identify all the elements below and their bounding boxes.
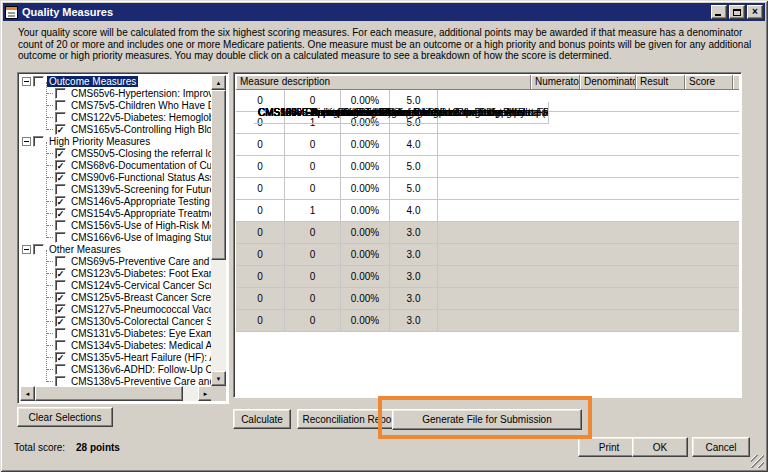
tree-checkbox[interactable]: ✓ [55, 316, 66, 327]
tree-checkbox[interactable] [55, 184, 66, 195]
tree-checkbox[interactable] [55, 376, 66, 387]
tree-item-label[interactable]: CMS90v6-Functional Status Assessment [69, 172, 213, 183]
tree-item-label[interactable]: CMS165v5-Controlling High Blood Press [69, 124, 213, 135]
tree-item-row[interactable]: ✓CMS127v5-Pneumococcal Vaccination [20, 303, 213, 315]
tree-checkbox[interactable] [55, 280, 66, 291]
tree-checkbox[interactable]: ✓ [55, 304, 66, 315]
collapse-icon[interactable] [22, 137, 31, 146]
tree-item-row[interactable]: CMS131v5-Diabetes: Eye Exam [20, 327, 213, 339]
tree-item-row[interactable]: CMS75v5-Children Who Have Dental De [20, 99, 213, 111]
tree-item-label[interactable]: CMS154v5-Appropriate Treatment for Ch [69, 208, 213, 219]
tree-checkbox[interactable]: ✓ [55, 172, 66, 183]
tree-checkbox[interactable]: ✓ [55, 148, 66, 159]
scroll-up-button[interactable]: ▲ [211, 75, 226, 90]
tree-checkbox[interactable]: ✓ [55, 160, 66, 171]
tree-item-label[interactable]: CMS68v6-Documentation of Current Me [69, 160, 213, 171]
tree-checkbox[interactable] [55, 232, 66, 243]
table-row[interactable]: CMS90v6-Functional Status Assessment for… [236, 134, 739, 156]
tree-item-label[interactable]: CMS130v5-Colorectal Cancer Screening [69, 316, 213, 327]
tree-item-row[interactable]: CMS166v6-Use of Imaging Studies for L [20, 231, 213, 243]
tree-item-label[interactable]: CMS123v5-Diabetes: Foot Exam [69, 268, 213, 279]
tree-item-label[interactable]: CMS131v5-Diabetes: Eye Exam [69, 328, 213, 339]
tree-checkbox[interactable]: ✓ [55, 352, 66, 363]
tree-item-row[interactable]: CMS139v5-Screening for Future Fall Ris [20, 183, 213, 195]
clear-selections-button[interactable]: Clear Selections [17, 407, 113, 427]
tree-item-row[interactable]: CMS69v5-Preventive Care and Screenin [20, 255, 213, 267]
tree-checkbox[interactable] [33, 244, 44, 255]
tree-group-row[interactable]: Other Measures [20, 243, 213, 255]
tree-item-row[interactable]: CMS65v6-Hypertension: Improvement in [20, 87, 213, 99]
tree-horizontal-scrollbar[interactable]: ◄ ► [20, 386, 213, 401]
tree-item-row[interactable]: CMS156v5-Use of High-Risk Medication [20, 219, 213, 231]
tree-item-row[interactable]: ✓CMS146v5-Appropriate Testing for Child [20, 195, 213, 207]
tree-checkbox[interactable] [55, 328, 66, 339]
tree-group-label[interactable]: Outcome Measures [47, 76, 138, 87]
column-header[interactable]: Numerator [531, 75, 580, 90]
tree-checkbox[interactable] [55, 340, 66, 351]
tree-group-row[interactable]: Outcome Measures [20, 75, 213, 87]
table-row[interactable]: CMS135v5-Heart Failure (HF): Angiotensin… [236, 310, 739, 332]
minimize-button[interactable] [711, 5, 727, 19]
table-row[interactable]: CMS165v5-Controlling High Blood Pressure… [236, 200, 739, 222]
table-row[interactable]: CMS123v5-Diabetes: Foot Exam000.00%3.0 [236, 222, 739, 244]
tree-item-label[interactable]: CMS134v5-Diabetes: Medical Attention [69, 340, 213, 351]
table-row[interactable]: CMS130v5-Colorectal Cancer Screening000.… [236, 288, 739, 310]
tree-checkbox[interactable] [55, 112, 66, 123]
tree-item-label[interactable]: CMS136v6-ADHD: Follow-Up Care for C [69, 364, 213, 375]
tree-group-label[interactable]: Other Measures [47, 244, 123, 255]
tree-checkbox[interactable] [33, 76, 44, 87]
tree-checkbox[interactable] [55, 88, 66, 99]
tree-checkbox[interactable] [33, 136, 44, 147]
tree-item-label[interactable]: CMS146v5-Appropriate Testing for Child [69, 196, 213, 207]
print-button[interactable]: Print [578, 437, 640, 457]
tree-checkbox[interactable] [55, 364, 66, 375]
tree-item-label[interactable]: CMS65v6-Hypertension: Improvement in [69, 88, 213, 99]
tree-item-row[interactable]: CMS124v5-Cervical Cancer Screening [20, 279, 213, 291]
tree-item-label[interactable]: CMS127v5-Pneumococcal Vaccination [69, 304, 213, 315]
horizontal-scroll-thumb[interactable] [35, 386, 183, 401]
tree-group-row[interactable]: High Priority Measures [20, 135, 213, 147]
column-header[interactable]: Result [636, 75, 685, 90]
tree-item-row[interactable]: ✓CMS130v5-Colorectal Cancer Screening [20, 315, 213, 327]
tree-item-row[interactable]: CMS134v5-Diabetes: Medical Attention [20, 339, 213, 351]
collapse-icon[interactable] [22, 77, 31, 86]
tree-vertical-scrollbar[interactable]: ▲ ▼ [211, 75, 226, 386]
tree-checkbox[interactable]: ✓ [55, 268, 66, 279]
calculate-button[interactable]: Calculate [233, 409, 291, 429]
tree-item-label[interactable]: CMS75v5-Children Who Have Dental De [69, 100, 213, 111]
collapse-icon[interactable] [22, 245, 31, 254]
title-bar[interactable]: Quality Measures × [3, 3, 765, 21]
tree-item-label[interactable]: CMS125v5-Breast Cancer Screening [69, 292, 213, 303]
tree-item-label[interactable]: CMS50v5-Closing the referral loop: recei [69, 148, 213, 159]
tree-item-row[interactable]: CMS122v5-Diabetes: Hemoglobin A1c F [20, 111, 213, 123]
scroll-left-button[interactable]: ◄ [20, 386, 35, 401]
tree-checkbox[interactable] [55, 100, 66, 111]
tree-item-row[interactable]: ✓CMS125v5-Breast Cancer Screening [20, 291, 213, 303]
tree-item-row[interactable]: ✓CMS165v5-Controlling High Blood Press [20, 123, 213, 135]
tree-item-row[interactable]: ✓CMS123v5-Diabetes: Foot Exam [20, 267, 213, 279]
tree-item-label[interactable]: CMS166v6-Use of Imaging Studies for L [69, 232, 213, 243]
measure-tree[interactable]: Outcome MeasuresCMS65v6-Hypertension: Im… [20, 75, 213, 388]
table-row[interactable]: CMS125v5-Breast Cancer Screening000.00%3… [236, 244, 739, 266]
tree-group-label[interactable]: High Priority Measures [47, 136, 152, 147]
tree-item-row[interactable]: ✓CMS135v5-Heart Failure (HF): Angiotens [20, 351, 213, 363]
close-button[interactable]: × [747, 5, 763, 19]
reconciliation-report-button[interactable]: Reconciliation Report [297, 409, 403, 429]
tree-item-label[interactable]: CMS138v5-Preventive Care and Screen [69, 376, 213, 387]
tree-checkbox[interactable] [55, 220, 66, 231]
vertical-scroll-thumb[interactable] [211, 90, 226, 260]
scroll-down-button[interactable]: ▼ [211, 371, 226, 386]
resize-grip[interactable] [751, 455, 764, 468]
maximize-button[interactable] [729, 5, 745, 19]
tree-item-row[interactable]: ✓CMS50v5-Closing the referral loop: rece… [20, 147, 213, 159]
tree-item-label[interactable]: CMS156v5-Use of High-Risk Medication [69, 220, 213, 231]
tree-item-label[interactable]: CMS139v5-Screening for Future Fall Ris [69, 184, 213, 195]
tree-item-row[interactable]: ✓CMS154v5-Appropriate Treatment for Ch [20, 207, 213, 219]
column-header[interactable]: Score [685, 75, 733, 90]
tree-item-label[interactable]: CMS69v5-Preventive Care and Screenin [69, 256, 213, 267]
ok-button[interactable]: OK [632, 437, 688, 457]
tree-checkbox[interactable]: ✓ [55, 196, 66, 207]
table-row[interactable]: CMS146v5-Appropriate Testing for Childre… [236, 156, 739, 178]
column-header[interactable]: Denominator [580, 75, 636, 90]
tree-item-label[interactable]: CMS135v5-Heart Failure (HF): Angiotens [69, 352, 213, 363]
